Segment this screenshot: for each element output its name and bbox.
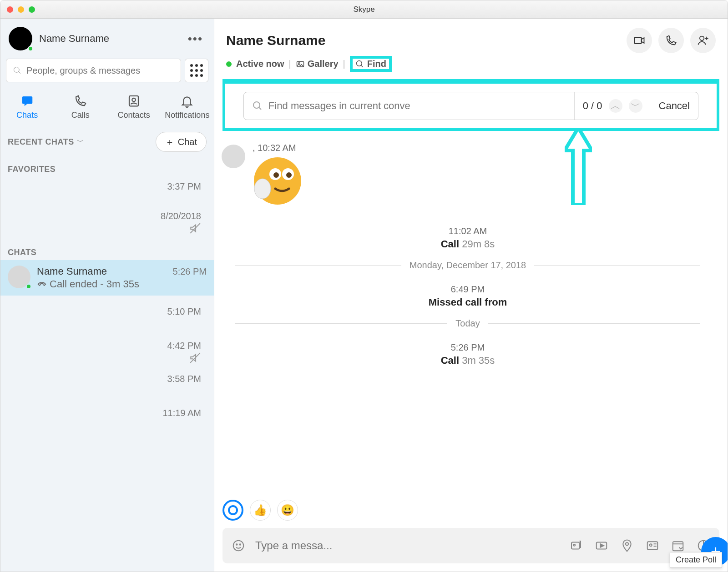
section-chats: CHATS [0, 240, 214, 260]
svg-rect-32 [647, 542, 658, 550]
tab-notifications[interactable]: Notifications [161, 94, 214, 120]
new-chat-button[interactable]: ＋ Chat [156, 132, 207, 152]
phone-icon [665, 34, 677, 47]
section-label: FAVORITES [8, 165, 56, 174]
gallery-link[interactable]: Gallery [296, 59, 339, 69]
svg-point-31 [626, 542, 628, 545]
svg-point-23 [229, 506, 237, 514]
chat-time: 11:19 AM [0, 403, 214, 419]
tab-contacts[interactable]: Contacts [107, 94, 161, 120]
svg-point-8 [700, 36, 704, 40]
tooltip: Create Poll [670, 552, 722, 568]
find-prev-button[interactable]: ︿ [609, 99, 622, 113]
messages-list[interactable]: , 10:32 AM 11:02 AM [214, 131, 728, 495]
dialpad-icon [190, 64, 203, 77]
nav-tabs: Chats Calls Contacts Notifications [0, 86, 214, 125]
section-recent: RECENT CHATS ﹀ ＋ Chat [0, 125, 214, 155]
svg-line-16 [259, 107, 261, 110]
find-cancel-button[interactable]: Cancel [651, 92, 698, 120]
svg-line-1 [19, 72, 20, 74]
call-event: 5:26 PM Call 3m 35s [222, 342, 714, 366]
chat-list-item[interactable]: Name Surname 5:26 PM Call ended - 3m 35s [0, 260, 214, 296]
event-label: Missed call from [429, 296, 507, 308]
search-box[interactable] [6, 59, 181, 82]
bell-icon [180, 94, 194, 108]
titlebar: Skype [0, 0, 728, 19]
find-next-button[interactable]: ﹀ [629, 99, 642, 113]
search-icon [252, 100, 263, 111]
section-favorites: FAVORITES [0, 155, 214, 177]
window-controls [7, 6, 35, 13]
svg-rect-36 [673, 542, 683, 551]
search-icon [13, 66, 22, 75]
avatar [222, 145, 245, 168]
chat-time: 3:58 PM [0, 369, 214, 385]
video-icon [633, 34, 646, 47]
chat-time: 5:10 PM [0, 302, 214, 318]
circle-icon [228, 505, 238, 516]
chat-time: 3:37 PM [0, 177, 214, 193]
find-input[interactable] [268, 100, 566, 112]
call-ended-icon [37, 279, 47, 289]
event-duration: 3m 35s [462, 355, 495, 366]
svg-point-28 [573, 544, 575, 546]
chevron-down-icon[interactable]: ﹀ [77, 137, 84, 147]
phone-icon [74, 94, 87, 108]
chat-item-name: Name Surname [37, 266, 107, 277]
reaction-smile[interactable]: 😀 [277, 500, 298, 521]
event-label: Call [441, 355, 459, 366]
status-text: Active now [236, 59, 284, 69]
tab-label: Contacts [118, 110, 150, 120]
mute-indicator [0, 222, 214, 240]
header-subrow: Active now | Gallery | Find [226, 56, 716, 72]
presence-dot-icon [226, 61, 232, 67]
attach-image-icon[interactable] [569, 539, 583, 552]
search-input[interactable] [26, 65, 174, 76]
video-call-button[interactable] [627, 28, 652, 53]
mute-indicator [0, 352, 214, 369]
emoji-picker-icon[interactable] [232, 539, 245, 552]
close-window-button[interactable] [7, 6, 13, 13]
location-icon[interactable] [620, 539, 634, 552]
presence-dot-icon [28, 46, 33, 51]
find-link[interactable]: Find [350, 56, 392, 72]
reaction-thumbs-up[interactable]: 👍 [250, 500, 271, 521]
video-message-icon[interactable] [595, 539, 608, 552]
add-participant-button[interactable] [690, 28, 716, 53]
self-avatar[interactable] [9, 27, 32, 50]
minimize-window-button[interactable] [18, 6, 24, 13]
more-menu-button[interactable]: ••• [185, 29, 206, 49]
gallery-icon [296, 60, 305, 69]
reactions-row: 👍 😀 [214, 495, 728, 525]
section-label: CHATS [8, 248, 36, 257]
audio-call-button[interactable] [658, 28, 684, 53]
header-actions [627, 28, 716, 53]
svg-point-20 [273, 172, 279, 178]
message-input[interactable] [255, 539, 342, 552]
profile-row: Name Surname ••• [0, 19, 214, 55]
svg-point-21 [286, 172, 292, 178]
svg-point-15 [253, 102, 260, 108]
schedule-call-icon[interactable] [671, 539, 685, 552]
svg-point-26 [240, 544, 241, 545]
contact-card-icon[interactable] [646, 539, 659, 552]
section-label: RECENT CHATS [8, 137, 74, 147]
contacts-icon [127, 94, 141, 108]
event-time: 5:26 PM [222, 342, 714, 353]
svg-point-25 [236, 544, 238, 545]
tab-chats[interactable]: Chats [0, 94, 54, 120]
contact-name: Name Surname [226, 33, 325, 48]
tab-calls[interactable]: Calls [54, 94, 107, 120]
date-label: Today [455, 318, 480, 329]
message-row: , 10:32 AM [222, 143, 714, 212]
event-duration: 29m 8s [462, 238, 495, 250]
chat-item-snippet: Call ended - 3m 35s [37, 278, 207, 290]
date-label: Monday, December 17, 2018 [410, 260, 526, 271]
sidebar-list[interactable]: 3:37 PM 8/20/2018 CHATS Name Surname 5:2… [0, 177, 214, 572]
dialpad-button[interactable] [185, 59, 208, 82]
reaction-selected[interactable] [222, 500, 243, 521]
event-time: 6:49 PM [222, 284, 714, 295]
wave-emoji-icon [253, 156, 714, 212]
maximize-window-button[interactable] [29, 6, 35, 13]
avatar [8, 266, 30, 288]
